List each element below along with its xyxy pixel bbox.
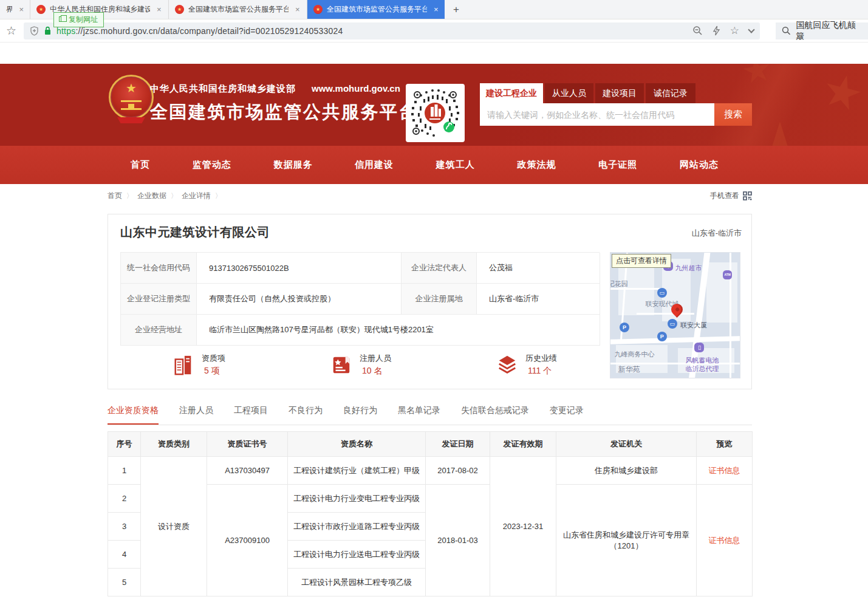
- bookmark-star-icon[interactable]: ☆: [6, 24, 16, 38]
- parking-label: P: [623, 324, 626, 330]
- building-marker-icon: ▭: [657, 288, 667, 298]
- search-icon: [782, 26, 791, 35]
- quick-search-box[interactable]: 国航回应飞机颠簸: [776, 22, 868, 39]
- flash-icon[interactable]: [713, 26, 720, 36]
- tab-bad-behavior[interactable]: 不良行为: [289, 405, 323, 425]
- header-search-module: 建设工程企业 从业人员 建设项目 诚信记录 搜索: [480, 83, 752, 126]
- col-header-cert-no: 资质证书号: [207, 432, 288, 457]
- qualification-table: 序号 资质类别 资质证书号 资质名称 发证日期 发证有效期 发证机关 预览 1 …: [108, 431, 753, 596]
- valid-until: 2023-12-31: [490, 457, 556, 596]
- search-tab-construction-enterprise[interactable]: 建设工程企业: [480, 83, 543, 103]
- platform-title: 全国建筑市场监管公共服务平台: [150, 100, 418, 125]
- url-text: https://jzsc.mohurd.gov.cn/data/company/…: [56, 26, 685, 36]
- copy-url-tooltip: 复制网址: [53, 12, 104, 27]
- nav-item-supervision[interactable]: 监管动态: [193, 159, 231, 171]
- map-label-supermarket: 九州超市: [675, 264, 702, 273]
- main-navigation: 首页 监管动态 数据服务 信用建设 建筑工人 政策法规 电子证照 网站动态: [0, 146, 868, 184]
- certificate-info-link[interactable]: 证书信息: [709, 466, 740, 475]
- nav-item-workers[interactable]: 建筑工人: [436, 159, 475, 171]
- breadcrumb-home[interactable]: 首页: [108, 191, 122, 200]
- breadcrumb-enterprise-data[interactable]: 企业数据: [137, 191, 166, 200]
- map-label-garden: 记花园: [610, 280, 628, 289]
- tab-enterprise-qualifications[interactable]: 企业资质资格: [108, 405, 159, 425]
- tab-registered-personnel[interactable]: 注册人员: [179, 405, 213, 425]
- map-tooltip: 点击可查看详情: [612, 254, 671, 268]
- search-button[interactable]: 搜索: [714, 103, 752, 126]
- national-emblem-logo: ★: [109, 75, 154, 133]
- copy-url-tooltip-text: 复制网址: [69, 15, 98, 24]
- company-name: 山东中元建筑设计有限公司: [120, 224, 270, 241]
- qr-code-image: [409, 87, 462, 139]
- row-no: 5: [108, 569, 141, 596]
- chevron-down-icon[interactable]: [748, 26, 754, 33]
- map-label-lianan-tower: 联安大厦: [680, 321, 707, 330]
- nav-item-home[interactable]: 首页: [131, 159, 150, 171]
- map-road: [637, 313, 695, 315]
- favorite-star-icon[interactable]: ☆: [730, 26, 739, 36]
- col-header-name: 资质名称: [288, 432, 426, 457]
- emblem-star-icon: ★: [126, 82, 137, 94]
- ministry-url: www.mohurd.gov.cn: [312, 83, 400, 94]
- map-label-battery-line2: 临沂总代理: [686, 365, 719, 374]
- browser-tab-jzsc[interactable]: ★ 全国建筑市场监管公共服务平台 ×: [169, 0, 307, 19]
- legal-representative-value: 公茂福: [477, 253, 600, 284]
- qualification-building-icon: [173, 354, 194, 376]
- stat-registered-personnel[interactable]: 注册人员 10 名: [330, 353, 391, 377]
- tab-blacklist-records[interactable]: 黑名单记录: [398, 405, 440, 425]
- parking-marker-icon: P: [657, 332, 667, 341]
- mobile-view-label[interactable]: 手机查看: [710, 191, 739, 201]
- stat-historical-performance[interactable]: 历史业绩 111 个: [496, 353, 557, 377]
- breadcrumb-separator: 〉: [171, 191, 177, 200]
- col-header-authority: 发证机关: [556, 432, 697, 457]
- tab-close-icon[interactable]: ×: [19, 5, 24, 14]
- zoom-out-icon[interactable]: [692, 26, 703, 36]
- registration-region-value: 山东省-临沂市: [477, 284, 600, 315]
- col-header-no: 序号: [108, 432, 141, 457]
- breadcrumb: 首页 〉 企业数据 〉 企业详情 〉 手机查看: [108, 191, 752, 201]
- nav-item-policies[interactable]: 政策法规: [518, 159, 556, 171]
- tab-dishonesty-records[interactable]: 失信联合惩戒记录: [461, 405, 529, 425]
- breadcrumb-enterprise-detail[interactable]: 企业详情: [182, 191, 211, 200]
- search-tab-projects[interactable]: 建设项目: [595, 83, 644, 103]
- search-tab-credit-records[interactable]: 诚信记录: [646, 83, 695, 103]
- ministry-name: 中华人民共和国住房和城乡建设部: [150, 83, 296, 95]
- issue-date: 2018-01-03: [426, 485, 490, 596]
- col-header-valid-until: 发证有效期: [490, 432, 556, 457]
- issuing-authority: 住房和城乡建设部: [556, 457, 697, 485]
- location-map[interactable]: ⊙ 九州超市 ATM 记花园 ▭ 联安现代城 ▭ 联安大厦 P P 九峰商务中心…: [610, 252, 740, 378]
- row-no: 3: [108, 513, 141, 541]
- nav-item-credit[interactable]: 信用建设: [355, 159, 394, 171]
- tab-good-behavior[interactable]: 良好行为: [343, 405, 377, 425]
- map-block: [706, 262, 737, 323]
- map-road: [610, 363, 740, 364]
- qr-code-icon[interactable]: [743, 191, 752, 200]
- field-label: 统一社会信用代码: [121, 253, 197, 284]
- tab-change-records[interactable]: 变更记录: [550, 405, 584, 425]
- col-header-category: 资质类别: [141, 432, 207, 457]
- address-bar[interactable]: https://jzsc.mohurd.gov.cn/data/company/…: [24, 22, 760, 39]
- breadcrumb-separator: 〉: [126, 191, 133, 200]
- search-tab-practitioners[interactable]: 从业人员: [545, 83, 593, 103]
- nav-item-site-news[interactable]: 网站动态: [680, 159, 719, 171]
- certificate-info-link[interactable]: 证书信息: [709, 536, 740, 545]
- shield-plus-icon[interactable]: [30, 26, 39, 36]
- browser-tab-active[interactable]: ★ 全国建筑市场监管公共服务平台 ×: [307, 0, 445, 19]
- row-no: 1: [108, 457, 141, 485]
- history-layers-icon: [496, 354, 518, 376]
- browser-tab-partial[interactable]: 界 ×: [0, 0, 30, 19]
- tab-close-icon[interactable]: ×: [157, 5, 162, 14]
- building-marker-icon: ▭: [668, 319, 677, 329]
- tab-close-icon[interactable]: ×: [434, 5, 439, 14]
- nav-item-certificates[interactable]: 电子证照: [598, 159, 637, 171]
- company-region: 山东省-临沂市: [692, 228, 742, 239]
- col-header-issue-date: 发证日期: [426, 432, 490, 457]
- stat-qualifications[interactable]: 资质项 5 项: [173, 353, 225, 377]
- tab-close-icon[interactable]: ×: [295, 5, 300, 14]
- new-tab-button[interactable]: +: [445, 0, 468, 19]
- stat-label: 历史业绩: [525, 353, 557, 364]
- keyword-search-input[interactable]: [480, 103, 714, 126]
- registered-personnel-icon: [330, 354, 352, 376]
- tab-engineering-projects[interactable]: 工程项目: [234, 405, 268, 425]
- company-stats: 资质项 5 项 注册人员 10 名 历史业绩 111 个: [120, 353, 600, 377]
- nav-item-data-services[interactable]: 数据服务: [273, 159, 312, 171]
